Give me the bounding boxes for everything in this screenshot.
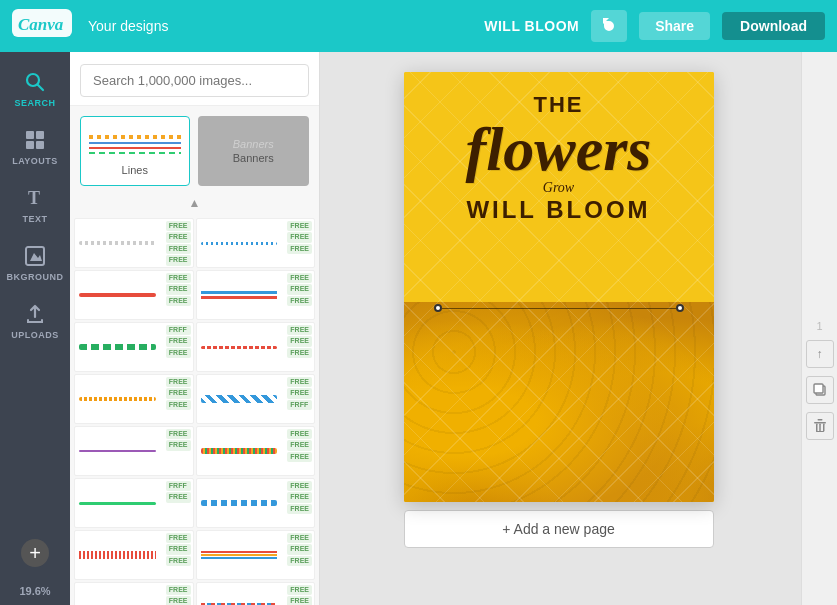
download-button[interactable]: Download xyxy=(722,12,825,40)
line-visual xyxy=(201,448,278,454)
background-icon xyxy=(23,244,47,268)
sidebar-item-search[interactable]: SEARCH xyxy=(0,60,70,118)
sidebar-item-text[interactable]: T TEXT xyxy=(0,176,70,234)
svg-rect-5 xyxy=(36,131,44,139)
sidebar-item-uploads[interactable]: UPLOADS xyxy=(0,292,70,350)
copy-button[interactable] xyxy=(806,376,834,404)
svg-rect-11 xyxy=(814,384,823,393)
move-up-button[interactable]: ↑ xyxy=(806,340,834,368)
selection-line xyxy=(442,308,676,309)
canva-logo[interactable]: Canva xyxy=(12,9,72,43)
list-item[interactable]: FREEFREEFREE xyxy=(74,374,194,424)
sidebar-search-label: SEARCH xyxy=(14,98,55,108)
text-sub: Grow xyxy=(404,180,714,196)
lines-label: Lines xyxy=(122,164,148,176)
text-icon: T xyxy=(23,186,47,210)
list-item[interactable]: FREEFREEFREE xyxy=(196,582,316,605)
list-item[interactable]: FREEFREEFREEFREE xyxy=(74,218,194,268)
sidebar-item-background[interactable]: BKGROUND xyxy=(0,234,70,292)
list-item[interactable]: FREEFREEFREE xyxy=(196,426,316,476)
line-visual xyxy=(79,450,156,452)
search-panel: Lines Banners Banners ▲ FREEFREEFREEFREE… xyxy=(70,52,320,605)
design-wrapper: THE flowers Grow WILL BLOOM + Add a new … xyxy=(320,72,837,605)
your-designs-link[interactable]: Your designs xyxy=(88,18,168,34)
line-blue xyxy=(89,142,181,144)
free-badge: FREEFREEFREE xyxy=(166,377,191,410)
selection-handle-right xyxy=(676,304,684,312)
zoom-label[interactable]: 19.6% xyxy=(19,585,50,605)
icon-sidebar: SEARCH LAYOUTS T TEXT xyxy=(0,52,70,605)
design-text-area: THE flowers Grow WILL BLOOM xyxy=(404,92,714,224)
line-visual xyxy=(201,242,278,245)
header: Canva Your designs WILL BLOOM Share Down… xyxy=(0,0,837,52)
line-visual xyxy=(79,293,156,297)
lines-preview xyxy=(81,127,189,162)
free-badge: FREEFREEFREEFREE xyxy=(166,221,191,266)
collapse-button[interactable]: ▲ xyxy=(70,192,319,214)
sidebar-uploads-label: UPLOADS xyxy=(11,330,59,340)
free-badge: FREEFREE xyxy=(166,585,191,605)
free-badge: FREEFREEFREE xyxy=(287,533,312,566)
delete-button[interactable] xyxy=(806,412,834,440)
svg-line-3 xyxy=(38,85,44,91)
sidebar-text-label: TEXT xyxy=(22,214,47,224)
list-item[interactable]: FREEFREEFREE xyxy=(196,530,316,580)
list-item[interactable]: FREEFREE xyxy=(74,582,194,605)
line-dots xyxy=(89,135,181,139)
sidebar-layouts-label: LAYOUTS xyxy=(12,156,58,166)
layouts-icon xyxy=(23,128,47,152)
line-visual xyxy=(79,551,156,559)
main-layout: SEARCH LAYOUTS T TEXT xyxy=(0,52,837,605)
svg-rect-12 xyxy=(814,422,826,424)
sidebar-item-layouts[interactable]: LAYOUTS xyxy=(0,118,70,176)
list-item[interactable]: FREEFREEFREE xyxy=(74,530,194,580)
list-item[interactable]: FREEFREE xyxy=(74,426,194,476)
svg-rect-7 xyxy=(36,141,44,149)
free-badge: FREEFREEFRFF xyxy=(287,377,312,410)
svg-rect-16 xyxy=(819,424,821,432)
search-bar xyxy=(70,52,319,106)
sidebar-item-add[interactable]: + xyxy=(0,529,70,577)
free-badge: FREEFREEFREE xyxy=(166,533,191,566)
text-flowers: flowers xyxy=(404,118,714,180)
svg-text:Canva: Canva xyxy=(18,15,64,34)
list-item[interactable]: FREEFREEFREE xyxy=(196,270,316,320)
category-thumbnails: Lines Banners Banners xyxy=(70,106,319,192)
free-badge: FRFFFREE xyxy=(166,481,191,503)
line-visual xyxy=(79,397,156,401)
canvas-area: THE flowers Grow WILL BLOOM + Add a new … xyxy=(320,52,837,605)
line-visual xyxy=(201,500,278,506)
free-badge: FREEFREEFREE xyxy=(287,221,312,254)
list-item[interactable]: FRFFFREE xyxy=(74,478,194,528)
free-badge: FREEFREEFREE xyxy=(166,273,191,306)
svg-rect-14 xyxy=(816,424,818,432)
list-item[interactable]: FREEFREEFRFF xyxy=(196,374,316,424)
free-badge: FREEFREEFREE xyxy=(287,273,312,306)
line-visual xyxy=(79,502,156,505)
selection-handles xyxy=(434,294,684,322)
line-visual xyxy=(201,551,278,559)
banners-category[interactable]: Banners Banners xyxy=(198,116,310,186)
free-badge: FREEFREEFREE xyxy=(287,481,312,514)
svg-rect-15 xyxy=(823,424,825,432)
search-icon xyxy=(23,70,47,94)
add-icon: + xyxy=(21,539,49,567)
search-input[interactable] xyxy=(80,64,309,97)
list-item[interactable]: FREEFREEFREE xyxy=(196,322,316,372)
banners-label: Banners xyxy=(233,152,274,164)
list-item[interactable]: FRFFFREEFREE xyxy=(74,322,194,372)
design-canvas[interactable]: THE flowers Grow WILL BLOOM xyxy=(404,72,714,502)
share-button[interactable]: Share xyxy=(639,12,710,40)
svg-rect-13 xyxy=(817,419,822,421)
undo-button[interactable] xyxy=(591,10,627,42)
free-badge: FREEFREE xyxy=(166,429,191,451)
add-page-button[interactable]: + Add a new page xyxy=(404,510,714,548)
list-item[interactable]: FREEFREEFREE xyxy=(74,270,194,320)
list-item[interactable]: FREEFREEFREE xyxy=(196,478,316,528)
line-red xyxy=(89,147,181,149)
lines-category[interactable]: Lines xyxy=(80,116,190,186)
list-item[interactable]: FREEFREEFREE xyxy=(196,218,316,268)
lines-grid: FREEFREEFREEFREE FREEFREEFREE FREEFREEFR… xyxy=(70,214,319,605)
user-name-button[interactable]: WILL BLOOM xyxy=(484,18,579,34)
line-visual xyxy=(79,344,156,350)
